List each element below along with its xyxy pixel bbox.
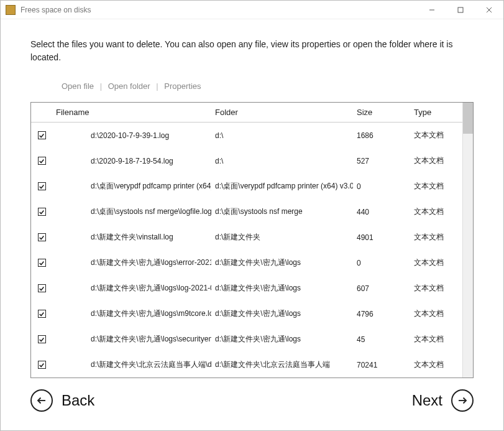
- cell-filename: d:\新建文件夹\密九通\logs\log-2021-04: [52, 283, 211, 294]
- row-checkbox[interactable]: [38, 361, 46, 369]
- col-folder[interactable]: Folder: [211, 108, 353, 117]
- cell-filename: d:\新建文件夹\北京云法庭当事人端\d: [52, 359, 211, 370]
- open-file-link[interactable]: Open file: [62, 81, 94, 91]
- maximize-button[interactable]: [446, 1, 475, 19]
- col-type[interactable]: Type: [410, 108, 462, 117]
- cell-size: 607: [353, 284, 410, 293]
- window-title: Frees space on disks: [21, 6, 418, 14]
- table-header: Filename Folder Size Type: [31, 103, 462, 123]
- col-size[interactable]: Size: [353, 108, 410, 117]
- app-icon: [6, 5, 16, 15]
- cell-folder: d:\桌面\systools nsf merge: [211, 206, 353, 217]
- table-row[interactable]: d:\新建文件夹\密九通\logs\securityengd:\新建文件夹\密九…: [31, 327, 462, 352]
- cell-type: 文本文档: [410, 181, 462, 192]
- cell-size: 0: [353, 259, 410, 267]
- cell-folder: d:\新建文件夹\密九通\logs: [211, 308, 353, 319]
- cell-type: 文本文档: [410, 308, 462, 319]
- row-checkbox[interactable]: [38, 182, 46, 190]
- cell-folder: d:\新建文件夹\密九通\logs: [211, 257, 353, 268]
- cell-filename: d:\新建文件夹\vinstall.log: [52, 232, 211, 243]
- open-folder-link[interactable]: Open folder: [108, 81, 150, 91]
- table-row[interactable]: d:\桌面\systools nsf merge\logfile.logd:\桌…: [31, 199, 462, 225]
- cell-folder: d:\新建文件夹\密九通\logs: [211, 334, 353, 345]
- cell-type: 文本文档: [410, 257, 462, 268]
- row-checkbox[interactable]: [38, 233, 46, 241]
- row-checkbox[interactable]: [38, 310, 46, 318]
- scrollbar[interactable]: [462, 103, 473, 378]
- arrow-left-icon: [30, 389, 53, 412]
- instruction-text: Select the files you want to delete. You…: [30, 38, 474, 64]
- cell-size: 45: [353, 335, 410, 344]
- row-checkbox[interactable]: [38, 335, 46, 343]
- cell-size: 70241: [353, 361, 410, 369]
- cell-folder: d:\新建文件夹: [211, 232, 353, 243]
- cell-filename: d:\桌面\systools nsf merge\logfile.log: [52, 206, 211, 217]
- cell-type: 文本文档: [410, 130, 462, 141]
- separator: |: [100, 81, 102, 91]
- cell-type: 文本文档: [410, 232, 462, 243]
- row-checkbox[interactable]: [38, 157, 46, 165]
- table-row[interactable]: d:\新建文件夹\密九通\logs\error-2021-(d:\新建文件夹\密…: [31, 250, 462, 276]
- cell-folder: d:\: [211, 131, 353, 140]
- close-button[interactable]: [475, 1, 503, 19]
- cell-filename: d:\桌面\verypdf pdfcamp printer (x64) v3.: [52, 181, 211, 192]
- cell-filename: d:\2020-10-7-9-39-1.log: [52, 131, 211, 140]
- minimize-button[interactable]: [418, 1, 446, 19]
- arrow-right-icon: [451, 389, 474, 412]
- cell-folder: d:\: [211, 157, 353, 165]
- titlebar: Frees space on disks: [1, 1, 503, 19]
- file-table: Filename Folder Size Type d:\2020-10-7-9…: [30, 102, 474, 378]
- cell-size: 0: [353, 182, 410, 191]
- cell-filename: d:\新建文件夹\密九通\logs\securityeng: [52, 334, 211, 345]
- svg-rect-1: [458, 7, 463, 12]
- table-row[interactable]: d:\新建文件夹\密九通\logs\log-2021-04d:\新建文件夹\密九…: [31, 276, 462, 301]
- action-bar: Open file | Open folder | Properties: [62, 81, 474, 91]
- table-row[interactable]: d:\新建文件夹\密九通\logs\m9tcore.logd:\新建文件夹\密九…: [31, 301, 462, 327]
- scroll-thumb[interactable]: [463, 103, 473, 134]
- table-row[interactable]: d:\2020-9-18-7-19-54.logd:\527文本文档: [31, 148, 462, 174]
- back-label: Back: [62, 392, 94, 409]
- cell-type: 文本文档: [410, 283, 462, 294]
- cell-type: 文本文档: [410, 206, 462, 217]
- cell-size: 4796: [353, 310, 410, 318]
- next-label: Next: [412, 392, 442, 409]
- cell-size: 440: [353, 208, 410, 216]
- row-checkbox[interactable]: [38, 131, 46, 139]
- cell-size: 1686: [353, 131, 410, 140]
- cell-type: 文本文档: [410, 155, 462, 166]
- properties-link[interactable]: Properties: [164, 81, 201, 91]
- cell-filename: d:\2020-9-18-7-19-54.log: [52, 157, 211, 165]
- col-filename[interactable]: Filename: [52, 108, 211, 117]
- table-row[interactable]: d:\新建文件夹\vinstall.logd:\新建文件夹4901文本文档: [31, 225, 462, 250]
- cell-size: 4901: [353, 233, 410, 242]
- cell-folder: d:\新建文件夹\北京云法庭当事人端: [211, 359, 353, 370]
- cell-filename: d:\新建文件夹\密九通\logs\m9tcore.log: [52, 308, 211, 319]
- table-row[interactable]: d:\新建文件夹\北京云法庭当事人端\dd:\新建文件夹\北京云法庭当事人端70…: [31, 352, 462, 378]
- table-row[interactable]: d:\2020-10-7-9-39-1.logd:\1686文本文档: [31, 123, 462, 148]
- cell-filename: d:\新建文件夹\密九通\logs\error-2021-(: [52, 257, 211, 268]
- separator: |: [156, 81, 158, 91]
- row-checkbox[interactable]: [38, 208, 46, 216]
- table-row[interactable]: d:\桌面\verypdf pdfcamp printer (x64) v3.d…: [31, 174, 462, 199]
- next-button[interactable]: Next: [412, 389, 474, 412]
- back-button[interactable]: Back: [30, 389, 94, 412]
- cell-size: 527: [353, 157, 410, 165]
- cell-folder: d:\桌面\verypdf pdfcamp printer (x64) v3.0: [211, 181, 353, 192]
- cell-type: 文本文档: [410, 359, 462, 370]
- row-checkbox[interactable]: [38, 259, 46, 267]
- row-checkbox[interactable]: [38, 284, 46, 292]
- window-controls: [418, 1, 503, 19]
- cell-folder: d:\新建文件夹\密九通\logs: [211, 283, 353, 294]
- cell-type: 文本文档: [410, 334, 462, 345]
